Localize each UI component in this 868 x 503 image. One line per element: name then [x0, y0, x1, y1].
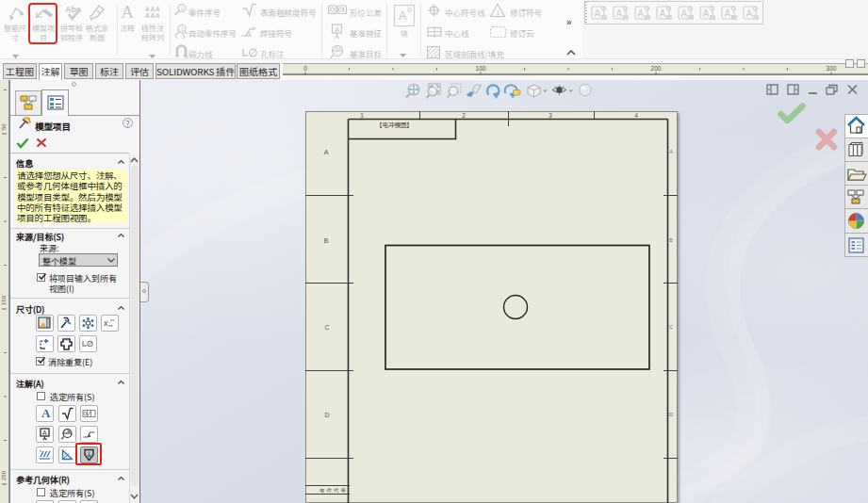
- svg-text:1: 1: [181, 24, 185, 33]
- svg-text:0: 0: [303, 65, 307, 72]
- svg-text:1: 1: [181, 3, 185, 12]
- svg-text:50: 50: [1, 123, 7, 130]
- svg-text:C: C: [324, 324, 329, 331]
- svg-text:A: A: [746, 8, 753, 19]
- svg-text:300: 300: [827, 65, 837, 72]
- svg-text:150: 150: [1, 295, 7, 305]
- svg-text:3: 3: [549, 112, 552, 119]
- svg-text:A: A: [595, 8, 601, 19]
- svg-text:A: A: [638, 8, 645, 19]
- svg-text:1: 1: [496, 8, 500, 17]
- svg-text:零件代号: 零件代号: [319, 487, 348, 495]
- svg-text:1: 1: [360, 112, 364, 119]
- svg-text:100: 100: [476, 65, 486, 72]
- svg-text:A: A: [725, 8, 731, 19]
- svg-text:D: D: [324, 412, 329, 418]
- svg-text:2: 2: [462, 112, 466, 119]
- svg-text:4: 4: [634, 112, 638, 119]
- svg-text:A: A: [335, 25, 340, 34]
- svg-text:250: 250: [1, 470, 7, 480]
- svg-text:A1: A1: [335, 44, 340, 52]
- svg-text:A: A: [660, 8, 666, 19]
- svg-text:D: D: [669, 412, 673, 417]
- svg-text:A: A: [399, 9, 407, 23]
- svg-text:B: B: [324, 237, 329, 244]
- svg-text:A: A: [324, 149, 329, 155]
- svg-text:A: A: [42, 430, 47, 436]
- svg-text:C: C: [669, 324, 673, 330]
- svg-text:A: A: [616, 8, 623, 19]
- svg-text:A: A: [703, 8, 710, 19]
- svg-text:B: B: [669, 237, 673, 243]
- svg-text:200: 200: [651, 65, 662, 72]
- svg-text:A: A: [669, 149, 673, 154]
- svg-text:【电冲模图】: 【电冲模图】: [376, 120, 413, 129]
- svg-text:**: **: [108, 324, 113, 330]
- svg-text:A: A: [681, 8, 688, 19]
